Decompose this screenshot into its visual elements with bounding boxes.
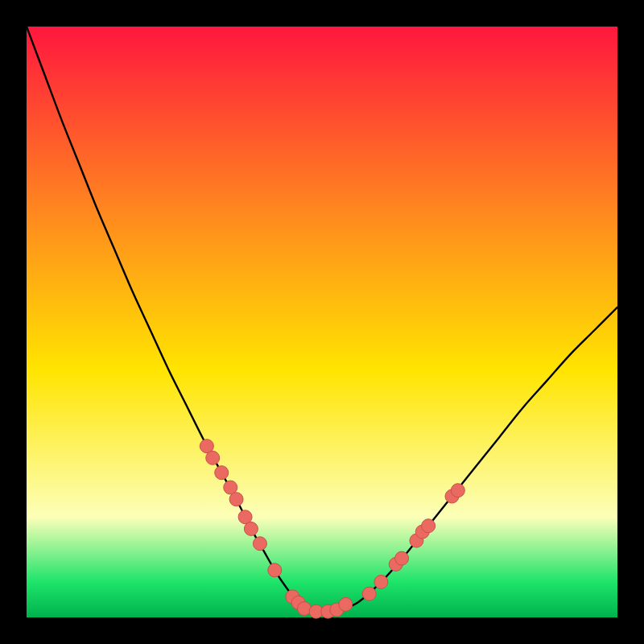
curve-marker — [374, 575, 388, 588]
bottleneck-chart — [0, 0, 644, 644]
curve-marker — [395, 551, 409, 565]
curve-marker — [362, 587, 376, 601]
curve-marker — [229, 493, 243, 506]
curve-marker — [422, 519, 436, 533]
plot-area — [27, 27, 617, 617]
curve-marker — [451, 484, 464, 497]
curve-marker — [244, 522, 258, 535]
curve-marker — [268, 564, 282, 577]
curve-marker — [206, 451, 220, 464]
chart-frame: TheBottleneck.com — [0, 0, 644, 644]
curve-marker — [215, 466, 229, 480]
curve-marker — [297, 601, 311, 615]
curve-marker — [253, 537, 266, 551]
curve-marker — [339, 597, 353, 611]
